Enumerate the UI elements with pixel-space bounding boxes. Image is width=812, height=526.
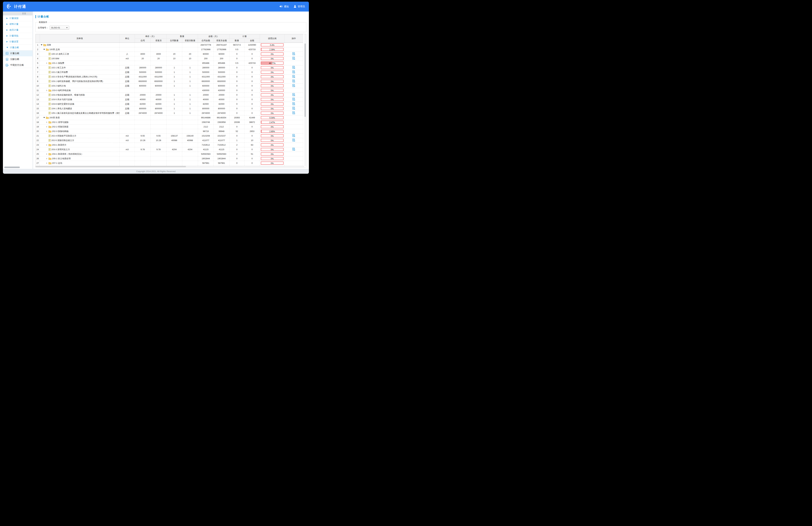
sidebar-item-5[interactable]: 计量设置 [3,39,32,45]
view-detail-button[interactable] [292,75,295,78]
sidebar-subitem-1[interactable]: ¥计量台帐 [3,50,32,56]
table-row[interactable]: 9103-1 临时道路修建、养护与拆除(包括原道路的养护费)总额69300006… [36,79,303,84]
table-row[interactable]: 19202-2 挖除旧路面21122112000% [36,125,303,129]
expand-toggle-icon[interactable] [46,126,48,128]
table-row[interactable]: 27207-1 边沟567961567961000% [36,161,303,165]
expand-toggle-icon[interactable] [46,131,48,132]
cell-amt-after: 82000 [214,102,230,106]
expand-toggle-icon[interactable] [46,153,48,155]
cell-progress: 0.4% [260,43,285,47]
cell-progress: 0% [260,56,285,61]
table-row[interactable]: 4100 BIMm320201010200200000% [36,56,303,61]
expand-toggle-icon[interactable] [46,162,48,164]
horizontal-scrollbar-thumb[interactable] [35,166,186,167]
cell-row-number: 9 [36,79,40,84]
table-row[interactable]: 6102-1 竣工文件总额280000280000112800002800000… [36,65,303,70]
expand-toggle-icon[interactable] [46,158,48,159]
sidebar-item-6[interactable]: 计量台帐 [3,45,32,50]
view-detail-button[interactable] [292,138,295,142]
view-detail-button[interactable] [292,57,295,60]
view-detail-button[interactable] [292,107,295,110]
column-meas-group-header: 计量 [230,34,260,39]
view-detail-button[interactable] [292,148,295,151]
table-row[interactable]: 22202-5 清除旧路边坡土方m310.2610.26400664006641… [36,138,303,143]
table-row[interactable]: 10103-2 临时占地总额60000060000011600000600000… [36,84,303,88]
cell-row-number: 6 [36,65,40,70]
view-detail-button[interactable] [292,98,295,101]
document-icon [48,139,51,142]
cell-action [285,129,303,134]
table-row[interactable]: 16105-1 施工标准化及信息化建设及重点公路建设项目管理系统服务费（按投总额… [36,111,303,115]
cell-meas-amt: 41449 [244,115,260,120]
table-row[interactable]: 8102-3 安全生产费(按投标控制价上限的1.5%计列)总额431100043… [36,74,303,79]
cell-item: 103-2 临时占地 [40,84,120,88]
table-row[interactable]: 24203-3 清理河道土方m39.789.784204420441115411… [36,147,303,152]
vertical-scrollbar-thumb[interactable] [304,44,306,117]
view-detail-button[interactable] [292,66,295,69]
collapse-toggle-icon[interactable] [41,44,43,45]
table-row[interactable]: 26205-1 软土地基处理19028441902844000% [36,156,303,161]
table-row[interactable]: 2100章 总则17782666177826660.54257332.39% [36,47,303,52]
table-row[interactable]: 3100-10 农民工工资人3000300020206000060000000% [36,52,303,56]
cell-unit [120,152,135,156]
table-row[interactable]: 11103-3 临时供电设施430000430000000% [36,88,303,93]
cell-qty-after [182,47,198,52]
column-qty-group-header: 数量 [166,34,198,39]
progress-bar: 0% [261,75,284,78]
cell-meas-amt: 51 [244,152,260,156]
expand-toggle-icon[interactable] [46,121,48,123]
table-row[interactable]: 18202-1 清理与掘除1563748156395819336386722.4… [36,120,303,125]
brand: 计付通 [6,3,26,10]
sidebar-item-1[interactable]: 计量填报 [3,15,32,21]
view-detail-button[interactable] [292,70,295,74]
cell-action [285,134,303,138]
sidebar-scrollbar-thumb[interactable] [4,166,20,168]
cell-meas-amt: 0 [244,125,260,129]
cell-progress: 0% [260,97,285,102]
folder-icon [48,158,51,160]
sidebar-resize-handle[interactable] [3,12,32,15]
view-detail-button[interactable] [292,102,295,105]
cell-qty-after: 158140 [182,134,198,138]
expand-toggle-icon[interactable] [46,90,48,91]
table-row[interactable]: 12103-4 电信设施的提供、维修与拆除总额20000200001120000… [36,93,303,97]
table-vertical-scrollbar[interactable] [304,34,306,166]
expand-toggle-icon[interactable] [46,62,48,64]
view-detail-button[interactable] [292,111,295,115]
notifications-button[interactable]: 通知 [279,5,289,8]
sidebar-item-3[interactable]: 相关计量 [3,27,32,33]
cell-amt-contract: 855466 [198,61,214,65]
view-detail-button[interactable] [292,52,295,55]
table-row[interactable]: 1清单28473777828474118756727.511500900.4% [36,43,303,47]
sidebar-subitem-3[interactable]: ¥中期支付台账 [3,62,32,68]
sidebar-item-4[interactable]: 计量审批 [3,33,32,39]
table-row[interactable]: 7102-2 施工环保费总额50000050000011500000500000… [36,70,303,74]
view-detail-button[interactable] [292,134,295,137]
table-row[interactable]: 21202-4 挖除推平旧路基土方m39.559.551581371581401… [36,134,303,138]
item-name: 200章 路基 [49,116,60,119]
collapse-toggle-icon[interactable] [43,117,45,118]
table-row[interactable]: 20202-3 拆除结构物96719999485226532.65% [36,129,303,134]
table-row[interactable]: 23203-1 路基挖方715351271535122630% [36,143,303,147]
user-menu[interactable]: 管理员 [294,5,305,8]
cell-price-contract [135,129,151,134]
view-detail-button[interactable] [292,79,295,83]
expand-toggle-icon[interactable] [46,144,48,146]
table-row[interactable]: 13103-5 供水与排污设施总额40000400001140000400000… [36,97,303,102]
table-row[interactable]: 17200章 路基991448869914835419393414490.04% [36,115,303,120]
view-detail-button[interactable] [292,84,295,87]
collapse-toggle-icon[interactable] [43,49,45,50]
sidebar-item-2[interactable]: 材料计量 [3,21,32,27]
table-row[interactable]: 15104-1 承包人驻地建设总额80000080000011800000800… [36,106,303,111]
cell-item: 203-3 清理河道土方 [40,147,120,152]
contract-select[interactable]: GLSG-01 [50,26,69,30]
document-icon [48,75,51,78]
cell-unit: 人 [120,52,135,56]
table-row[interactable]: 14103-6 临时交通安全设施总额8200082000118200082000… [36,102,303,106]
table-row[interactable]: 25204-1 路基填筑（包括填前压实）54592583545925832510… [36,152,303,156]
view-detail-button[interactable] [292,93,295,96]
table-row[interactable]: 5101-1 保险费8554668554660.542573349.77% [36,61,303,65]
sidebar-subitem-2[interactable]: ¥分解台帐 [3,56,32,62]
cell-row-number: 7 [36,70,40,74]
table-horizontal-scrollbar[interactable] [35,166,304,167]
